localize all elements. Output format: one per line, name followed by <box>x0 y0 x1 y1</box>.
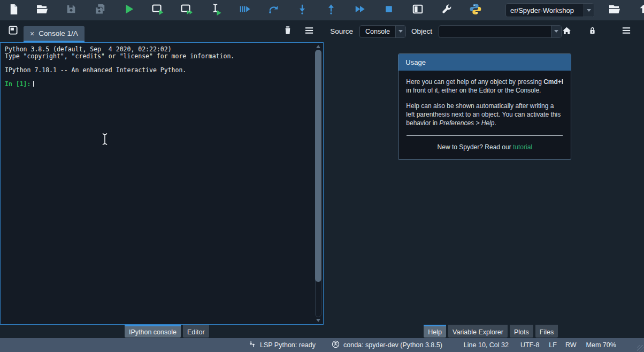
run-cell-advance-button[interactable] <box>179 3 194 18</box>
status-bar: LSP Python: ready conda: spyder-dev (Pyt… <box>0 338 644 352</box>
conda-status-text: conda: spyder-dev (Python 3.8.5) <box>343 341 442 349</box>
help-header-icons <box>562 27 639 36</box>
tab-plots[interactable]: Plots <box>510 325 533 338</box>
maximize-pane-icon <box>412 3 424 17</box>
browse-tabs-icon <box>8 25 18 37</box>
chevron-down-icon <box>554 30 558 33</box>
tutorial-link[interactable]: tutorial <box>513 143 532 151</box>
usage-paragraph-1: Here you can get help of any object by p… <box>406 78 563 95</box>
new-file-icon <box>7 3 20 18</box>
home-button[interactable] <box>562 27 571 36</box>
continue-execution-button[interactable] <box>352 3 367 18</box>
console-tab-label: Console 1/A <box>39 29 78 37</box>
console-tab[interactable]: × Console 1/A <box>24 26 85 42</box>
browse-working-directory-button[interactable] <box>607 3 622 18</box>
source-combobox[interactable]: Console <box>359 25 406 38</box>
tab-help[interactable]: Help <box>424 325 446 338</box>
usage-paragraph-2: Help can also be shown automatically aft… <box>406 102 563 127</box>
folder-open-icon <box>608 3 621 18</box>
eol-status: LF <box>549 341 557 349</box>
trash-icon <box>283 28 293 37</box>
memory-status: Mem 70% <box>586 341 616 349</box>
run-cell-button[interactable] <box>150 3 165 18</box>
resize-grip[interactable] <box>637 345 643 351</box>
object-combobox[interactable] <box>439 25 562 38</box>
object-label: Object <box>411 27 432 35</box>
tab-files[interactable]: Files <box>535 325 558 338</box>
step-over-icon <box>267 3 279 17</box>
stop-debugging-button[interactable] <box>381 3 396 18</box>
maximize-pane-button[interactable] <box>410 3 425 18</box>
new-file-button[interactable] <box>6 3 21 18</box>
lsp-icon <box>248 340 256 350</box>
console-options-button[interactable] <box>304 26 314 37</box>
text-caret <box>33 81 34 87</box>
lock-button[interactable] <box>587 27 597 36</box>
conda-env-icon <box>332 340 340 350</box>
tab-ipython-console[interactable]: IPython console <box>125 325 181 338</box>
hamburger-menu-icon <box>622 26 631 36</box>
run-cell-advance-icon <box>180 3 193 18</box>
open-folder-icon <box>36 3 49 18</box>
working-directory-combobox[interactable]: er/Spyder-Workshop <box>505 3 594 17</box>
console-toolbar-icons <box>271 25 317 37</box>
debug-file-button[interactable] <box>237 3 252 18</box>
main-area: × Console 1/A Python 3.8.5 (default, Sep… <box>0 20 644 338</box>
tab-editor[interactable]: Editor <box>183 325 209 338</box>
lock-icon <box>588 26 596 37</box>
browse-tabs-button[interactable] <box>6 25 19 38</box>
run-cell-icon <box>151 3 164 18</box>
help-options-button[interactable] <box>622 27 631 36</box>
open-file-button[interactable] <box>35 3 50 18</box>
preferences-button[interactable] <box>439 3 454 18</box>
conda-status: conda: spyder-dev (Python 3.8.5) <box>332 340 442 350</box>
lsp-status: LSP Python: ready <box>248 340 316 350</box>
step-over-button[interactable] <box>266 3 281 18</box>
close-icon[interactable]: × <box>30 30 34 37</box>
python-path-manager-button[interactable] <box>468 3 483 18</box>
working-directory-dropdown-button[interactable] <box>584 4 594 17</box>
run-selection-icon <box>209 3 222 18</box>
scroll-down-icon[interactable] <box>316 319 320 322</box>
scroll-up-icon[interactable] <box>316 45 320 48</box>
object-dropdown-button[interactable] <box>551 26 561 37</box>
wrench-icon <box>441 3 453 17</box>
save-file-button[interactable] <box>64 3 79 18</box>
console-output[interactable]: Python 3.8.5 (default, Sep 4 2020, 02:22… <box>0 42 324 325</box>
console-banner-line: Type "copyright", "credits" or "license"… <box>5 53 312 60</box>
step-return-icon <box>325 3 337 17</box>
hamburger-menu-icon <box>304 27 314 36</box>
encoding-status: UTF-8 <box>520 341 539 349</box>
object-combobox-value[interactable] <box>439 26 551 37</box>
step-return-button[interactable] <box>324 3 339 18</box>
continue-icon <box>354 3 366 17</box>
step-into-button[interactable] <box>295 3 310 18</box>
parent-directory-button[interactable] <box>636 3 644 18</box>
cursor-position-status: Line 10, Col 32 <box>464 341 509 349</box>
source-combobox-value[interactable]: Console <box>360 26 395 37</box>
help-header: Source Console Object <box>325 20 644 42</box>
preferences-path-text: Preferences > Help <box>439 119 494 127</box>
source-label: Source <box>330 27 353 35</box>
debug-icon <box>239 3 250 17</box>
run-selection-button[interactable] <box>208 3 223 18</box>
tab-variable-explorer[interactable]: Variable Explorer <box>448 325 508 338</box>
console-prompt-line[interactable]: In [1]: <box>5 81 312 88</box>
console-scrollbar[interactable] <box>315 43 323 324</box>
python-logo-icon <box>469 3 482 18</box>
run-file-button[interactable] <box>121 3 136 18</box>
home-icon <box>562 26 571 37</box>
divider <box>407 135 563 136</box>
chevron-down-icon <box>587 9 591 12</box>
save-all-button[interactable] <box>93 3 108 18</box>
source-dropdown-button[interactable] <box>395 26 405 37</box>
save-all-icon <box>94 3 106 17</box>
stop-icon <box>384 4 394 17</box>
scrollbar-thumb[interactable] <box>315 50 321 282</box>
shortcut-text: Cmd+I <box>543 78 563 86</box>
remove-all-variables-button[interactable] <box>283 25 293 37</box>
usage-card: Usage Here you can get help of any objec… <box>398 53 571 160</box>
usage-card-body: Here you can get help of any object by p… <box>398 71 571 159</box>
arrow-up-icon <box>638 3 644 17</box>
working-directory-value[interactable]: er/Spyder-Workshop <box>506 4 584 17</box>
